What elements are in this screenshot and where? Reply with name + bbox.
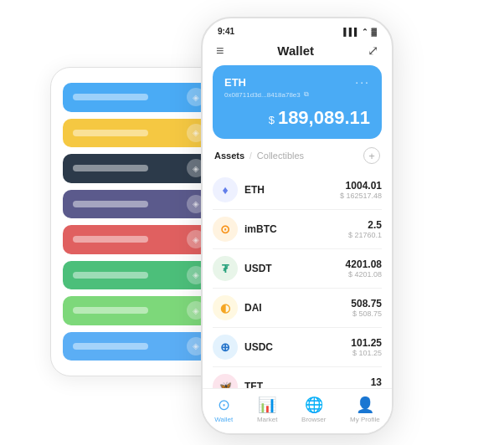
copy-address-icon[interactable]: ⧉ bbox=[304, 90, 309, 99]
expand-icon[interactable]: ⤢ bbox=[368, 43, 378, 59]
list-item: ₮ USDT 4201.08 $ 4201.08 bbox=[213, 249, 382, 289]
asset-usd: $ 21760.1 bbox=[348, 231, 382, 239]
wallet-nav-icon: ⊙ bbox=[218, 396, 230, 414]
tab-assets[interactable]: Assets bbox=[214, 151, 244, 161]
asset-name: TFT bbox=[244, 381, 263, 388]
list-item: ◐ DAI 508.75 $ 508.75 bbox=[213, 289, 382, 328]
browser-nav-label: Browser bbox=[301, 416, 326, 423]
card-green: ◈ bbox=[63, 261, 213, 290]
card-label bbox=[73, 130, 148, 136]
card-label bbox=[73, 307, 148, 314]
asset-right: 508.75 $ 508.75 bbox=[351, 298, 382, 318]
wallet-address: 0x08711d3d...8418a78e3 ⧉ bbox=[224, 90, 370, 99]
asset-list: ♦ ETH 1004.01 $ 162517.48 ⊙ imBTC 2.5 $ … bbox=[203, 171, 392, 388]
currency-symbol: $ bbox=[269, 114, 275, 126]
card-red: ◈ bbox=[63, 225, 213, 254]
asset-left: ◐ DAI bbox=[213, 295, 262, 320]
wifi-icon: ⌃ bbox=[362, 28, 368, 36]
asset-usd: $ 4201.08 bbox=[346, 270, 382, 279]
status-time: 9:41 bbox=[218, 27, 234, 36]
assets-header: Assets / Collectibles + bbox=[203, 147, 392, 171]
list-item: 🦋 TFT 13 0 bbox=[213, 367, 382, 388]
card-lgreen: ◈ bbox=[63, 296, 213, 325]
left-phone: ◈ ◈ ◈ ◈ ◈ ◈ ◈ ◈ bbox=[50, 67, 226, 376]
asset-right: 4201.08 $ 4201.08 bbox=[346, 258, 382, 279]
wallet-card: ETH ··· 0x08711d3d...8418a78e3 ⧉ $189,08… bbox=[213, 65, 382, 139]
asset-usd: $ 508.75 bbox=[351, 309, 382, 318]
card-lblue: ◈ bbox=[63, 332, 213, 361]
add-asset-button[interactable]: + bbox=[363, 147, 380, 164]
nav-profile[interactable]: 👤 My Profile bbox=[350, 396, 380, 423]
asset-amount: 13 bbox=[371, 376, 382, 388]
asset-right: 101.25 $ 101.25 bbox=[351, 337, 382, 357]
card-dark: ◈ bbox=[63, 154, 213, 183]
asset-left: ⊕ USDC bbox=[213, 335, 273, 360]
wallet-balance: $189,089.11 bbox=[224, 107, 370, 129]
menu-icon[interactable]: ≡ bbox=[216, 43, 224, 59]
dai-icon: ◐ bbox=[213, 295, 238, 320]
browser-nav-icon: 🌐 bbox=[305, 396, 323, 414]
asset-name: ETH bbox=[244, 184, 265, 196]
asset-usd: $ 162517.48 bbox=[340, 192, 382, 200]
asset-amount: 1004.01 bbox=[340, 180, 382, 192]
asset-name: DAI bbox=[244, 302, 262, 314]
card-label bbox=[73, 236, 148, 243]
wallet-card-top: ETH ··· bbox=[224, 75, 370, 89]
usdc-icon: ⊕ bbox=[213, 335, 238, 360]
asset-name: USDT bbox=[244, 263, 272, 274]
usdt-icon: ₮ bbox=[213, 256, 238, 281]
asset-name: USDC bbox=[244, 341, 273, 353]
nav-browser[interactable]: 🌐 Browser bbox=[301, 396, 326, 423]
list-item: ♦ ETH 1004.01 $ 162517.48 bbox=[213, 171, 382, 210]
asset-left: ₮ USDT bbox=[213, 256, 272, 281]
card-blue: ◈ bbox=[63, 83, 213, 112]
assets-tabs: Assets / Collectibles bbox=[214, 151, 304, 161]
bottom-nav: ⊙ Wallet 📊 Market 🌐 Browser 👤 My Profile bbox=[203, 388, 392, 433]
phone-header: ≡ Wallet ⤢ bbox=[203, 39, 392, 65]
nav-wallet[interactable]: ⊙ Wallet bbox=[214, 396, 233, 423]
page-title: Wallet bbox=[277, 43, 314, 58]
asset-usd: $ 101.25 bbox=[351, 349, 382, 357]
market-nav-icon: 📊 bbox=[258, 396, 276, 414]
card-label bbox=[73, 165, 148, 171]
asset-right: 2.5 $ 21760.1 bbox=[348, 219, 382, 239]
nav-market[interactable]: 📊 Market bbox=[257, 396, 277, 423]
signal-icon: ▌▌▌ bbox=[343, 28, 359, 36]
asset-amount: 4201.08 bbox=[346, 258, 382, 270]
battery-icon: ▓ bbox=[371, 28, 377, 36]
balance-amount: 189,089.11 bbox=[278, 107, 370, 128]
tft-icon: 🦋 bbox=[213, 374, 238, 388]
asset-right: 13 0 bbox=[371, 376, 382, 388]
asset-amount: 2.5 bbox=[348, 219, 382, 231]
card-yellow: ◈ bbox=[63, 119, 213, 148]
asset-amount: 101.25 bbox=[351, 337, 382, 349]
list-item: ⊙ imBTC 2.5 $ 21760.1 bbox=[213, 210, 382, 249]
card-purple: ◈ bbox=[63, 190, 213, 219]
wallet-coin-symbol: ETH bbox=[224, 76, 246, 89]
wallet-options-icon[interactable]: ··· bbox=[355, 75, 370, 89]
eth-icon: ♦ bbox=[213, 177, 238, 202]
asset-left: 🦋 TFT bbox=[213, 374, 263, 388]
profile-nav-label: My Profile bbox=[350, 416, 380, 423]
asset-name: imBTC bbox=[244, 223, 277, 235]
asset-left: ⊙ imBTC bbox=[213, 217, 277, 242]
profile-nav-icon: 👤 bbox=[356, 396, 374, 414]
status-bar: 9:41 ▌▌▌ ⌃ ▓ bbox=[203, 18, 392, 39]
card-label bbox=[73, 94, 148, 100]
asset-right: 1004.01 $ 162517.48 bbox=[340, 180, 382, 200]
card-label bbox=[73, 343, 148, 350]
asset-left: ♦ ETH bbox=[213, 177, 265, 202]
tab-separator: / bbox=[249, 151, 252, 161]
status-icons: ▌▌▌ ⌃ ▓ bbox=[343, 28, 377, 36]
right-phone: 9:41 ▌▌▌ ⌃ ▓ ≡ Wallet ⤢ ETH ··· 0x08711d… bbox=[201, 17, 393, 435]
list-item: ⊕ USDC 101.25 $ 101.25 bbox=[213, 328, 382, 367]
card-label bbox=[73, 272, 148, 279]
wallet-nav-label: Wallet bbox=[214, 416, 233, 423]
imbtc-icon: ⊙ bbox=[213, 217, 238, 242]
market-nav-label: Market bbox=[257, 416, 277, 423]
tab-collectibles[interactable]: Collectibles bbox=[257, 151, 304, 161]
asset-amount: 508.75 bbox=[351, 298, 382, 309]
card-label bbox=[73, 201, 148, 207]
